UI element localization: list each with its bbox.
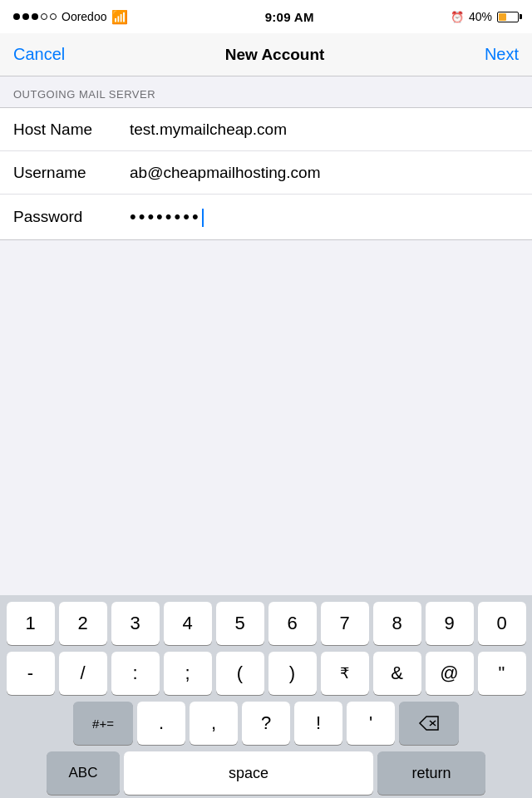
wifi-icon: 📶 xyxy=(111,9,128,25)
key-5[interactable]: 5 xyxy=(216,602,264,645)
keyboard-row-numbers: 1 2 3 4 5 6 7 8 9 0 xyxy=(3,602,529,645)
username-input[interactable] xyxy=(130,164,519,182)
key-3[interactable]: 3 xyxy=(111,602,160,645)
key-abc[interactable]: ABC xyxy=(47,751,120,795)
cancel-button[interactable]: Cancel xyxy=(13,45,65,64)
key-apostrophe[interactable]: ' xyxy=(347,702,395,745)
key-open-paren[interactable]: ( xyxy=(216,652,264,695)
key-2[interactable]: 2 xyxy=(59,602,107,645)
form-container: Host Name Username Password •••••••• xyxy=(0,107,532,240)
section-header: OUTGOING MAIL SERVER xyxy=(0,76,532,107)
key-1[interactable]: 1 xyxy=(7,602,55,645)
key-minus[interactable]: - xyxy=(7,652,55,695)
keyboard-row-special: #+= . , ? ! ' xyxy=(3,702,529,745)
host-name-label: Host Name xyxy=(13,121,130,139)
key-period[interactable]: . xyxy=(137,702,185,745)
signal-dot-4 xyxy=(41,13,47,20)
key-7[interactable]: 7 xyxy=(321,602,369,645)
keyboard-row-symbols: - / : ; ( ) ₹ & @ " xyxy=(3,652,529,695)
status-right: ⏰ 40% xyxy=(451,10,519,23)
keyboard-row-bottom: ABC space return xyxy=(3,751,529,795)
battery-icon xyxy=(497,12,519,22)
nav-bar: Cancel New Account Next xyxy=(0,33,532,76)
key-9[interactable]: 9 xyxy=(426,602,474,645)
host-name-input[interactable] xyxy=(130,121,519,139)
password-value[interactable]: •••••••• xyxy=(130,206,519,228)
key-0[interactable]: 0 xyxy=(478,602,526,645)
status-bar: Ooredoo 📶 9:09 AM ⏰ 40% xyxy=(0,0,532,33)
key-ampersand[interactable]: & xyxy=(373,652,421,695)
key-question[interactable]: ? xyxy=(242,702,290,745)
signal-dot-1 xyxy=(13,13,20,20)
key-semicolon[interactable]: ; xyxy=(164,652,212,695)
key-hashplusequal[interactable]: #+= xyxy=(73,702,133,745)
keyboard: 1 2 3 4 5 6 7 8 9 0 - / : ; ( ) ₹ & @ " … xyxy=(0,595,532,798)
carrier-name: Ooredoo xyxy=(62,10,106,23)
key-slash[interactable]: / xyxy=(59,652,107,695)
signal-dot-2 xyxy=(22,13,29,20)
backspace-button[interactable] xyxy=(399,702,459,745)
key-comma[interactable]: , xyxy=(190,702,238,745)
alarm-icon: ⏰ xyxy=(451,11,464,23)
next-button[interactable]: Next xyxy=(485,45,519,64)
form-spacer xyxy=(0,240,532,257)
host-name-field: Host Name xyxy=(0,108,532,151)
key-close-paren[interactable]: ) xyxy=(268,652,317,695)
key-at[interactable]: @ xyxy=(426,652,474,695)
key-8[interactable]: 8 xyxy=(373,602,421,645)
username-field: Username xyxy=(0,151,532,195)
password-field: Password •••••••• xyxy=(0,195,532,239)
battery-fill xyxy=(499,13,506,21)
key-exclamation[interactable]: ! xyxy=(294,702,342,745)
signal-dots xyxy=(13,13,57,20)
signal-dot-3 xyxy=(32,13,38,20)
battery-percent: 40% xyxy=(469,10,492,23)
signal-dot-5 xyxy=(50,13,57,20)
key-rupee[interactable]: ₹ xyxy=(321,652,369,695)
status-left: Ooredoo 📶 xyxy=(13,9,128,25)
key-quote[interactable]: " xyxy=(478,652,526,695)
status-time: 9:09 AM xyxy=(265,10,314,24)
text-cursor xyxy=(202,209,204,227)
rupee-symbol: ₹ xyxy=(340,664,349,682)
password-label: Password xyxy=(13,208,130,226)
key-return[interactable]: return xyxy=(377,751,485,795)
key-4[interactable]: 4 xyxy=(164,602,212,645)
backspace-icon xyxy=(418,715,440,732)
key-6[interactable]: 6 xyxy=(268,602,317,645)
key-colon[interactable]: : xyxy=(111,652,160,695)
page-title: New Account xyxy=(225,46,325,64)
username-label: Username xyxy=(13,164,130,182)
key-space[interactable]: space xyxy=(124,751,373,795)
